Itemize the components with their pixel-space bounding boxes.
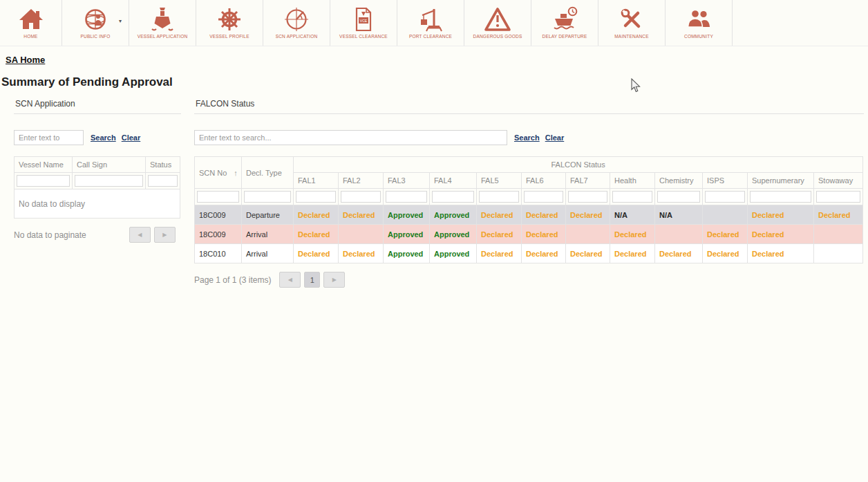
nav-item-label: HOME (23, 34, 37, 39)
falcon-clear-link[interactable]: Clear (545, 133, 565, 142)
column-header-stowaway[interactable]: Stowaway (814, 173, 863, 189)
falcon-filter-input[interactable] (341, 191, 381, 203)
falcon-filter-input[interactable] (244, 191, 291, 203)
scn-search-link[interactable]: Search (91, 133, 116, 142)
column-header-supernumerary[interactable]: Supernumerary (748, 173, 814, 189)
status-cell: Declared (748, 244, 814, 263)
sort-ascending-icon: ↑ (234, 169, 238, 177)
scn-no-cell: 18C009 (195, 205, 242, 225)
nav-item-scn-application[interactable]: SCN APPLICATION (263, 0, 330, 46)
scn-clear-link[interactable]: Clear (122, 133, 141, 142)
nav-item-maintenance[interactable]: MAINTENANCE (598, 0, 666, 46)
nav-item-label: COMMUNITY (684, 34, 713, 39)
status-cell: Approved (384, 225, 430, 244)
column-header-status[interactable]: Status (146, 157, 180, 173)
column-header-scn-no[interactable]: SCN No↑ (195, 157, 242, 189)
falcon-search-link[interactable]: Search (514, 133, 540, 142)
scn-search-input[interactable] (14, 130, 84, 145)
column-header-call-sign[interactable]: Call Sign (73, 157, 146, 173)
chevron-down-icon: ▾ (119, 18, 122, 24)
column-header-fal4[interactable]: FAL4 (430, 173, 477, 189)
page-number-button[interactable]: 1 (304, 272, 320, 288)
vessel-name-filter-input[interactable] (17, 175, 70, 187)
next-page-button[interactable]: ▶ (154, 227, 176, 243)
falcon-search-input[interactable] (194, 130, 507, 145)
nav-item-port-clearance[interactable]: PORT CLEARANCE (397, 0, 464, 46)
nav-item-vessel-application[interactable]: VESSEL APPLICATION (129, 0, 196, 46)
status-cell: Declared (477, 205, 522, 225)
nav-item-dangerous-goods[interactable]: DANGEROUS GOODS (464, 0, 531, 46)
nav-item-label: DELAY DEPARTURE (542, 34, 587, 39)
falcon-filter-input[interactable] (816, 191, 860, 203)
nav-item-community[interactable]: COMMUNITY (666, 0, 733, 46)
nav-item-delay-departure[interactable]: DELAY DEPARTURE (531, 0, 598, 46)
scn-panel-title: SCN Application (14, 98, 181, 114)
nav-item-public-info[interactable]: PUBLIC INFO ▾ (62, 0, 129, 46)
falcon-filter-input[interactable] (657, 191, 700, 203)
falcon-table-row[interactable]: 18C010ArrivalDeclaredDeclaredApprovedApp… (195, 244, 863, 263)
column-header-decl-type[interactable]: Decl. Type (242, 157, 294, 189)
status-cell: Declared (703, 225, 748, 244)
falcon-filter-input[interactable] (750, 191, 811, 203)
nav-item-label: VESSEL CLEARANCE (339, 34, 388, 39)
status-cell: Declared (748, 205, 814, 225)
status-cell (655, 225, 703, 244)
globe-icon (82, 6, 109, 33)
column-header-vessel-name[interactable]: Vessel Name (15, 157, 73, 173)
nav-item-home[interactable]: HOME (0, 0, 62, 46)
falcon-filter-input[interactable] (386, 191, 427, 203)
nav-item-label: SCN APPLICATION (276, 34, 318, 39)
status-cell: N/A (655, 205, 703, 225)
ship-wheel-icon (216, 6, 243, 33)
status-cell: Declared (294, 225, 339, 244)
nav-item-label: PORT CLEARANCE (409, 34, 452, 39)
falcon-pager: Page 1 of 1 (3 items) ◀ 1 ▶ (194, 272, 864, 288)
falcon-filter-input[interactable] (612, 191, 652, 203)
prev-page-button[interactable]: ◀ (129, 227, 151, 243)
falcon-table-row[interactable]: 18C009ArrivalDeclaredApprovedApprovedDec… (195, 225, 863, 244)
nav-item-vessel-clearance[interactable]: VCE VESSEL CLEARANCE (330, 0, 397, 46)
status-cell: Declared (703, 244, 748, 263)
column-header-fal3[interactable]: FAL3 (384, 173, 430, 189)
ship-clock-icon (551, 6, 578, 33)
status-cell: Declared (522, 225, 566, 244)
status-cell: Declared (610, 225, 655, 244)
scn-pager: No data to paginate ◀ ▶ (14, 227, 181, 243)
falcon-filter-input[interactable] (705, 191, 745, 203)
falcon-status-panel: FALCON Status Search Clear SCN No↑ Decl.… (194, 98, 864, 288)
column-header-isps[interactable]: ISPS (703, 173, 748, 189)
tools-icon (618, 6, 645, 33)
page-title: Summary of Pending Approval (1, 75, 868, 89)
prev-page-icon: ◀ (288, 277, 292, 283)
column-header-fal7[interactable]: FAL7 (566, 173, 610, 189)
status-cell: Declared (566, 205, 610, 225)
column-header-fal2[interactable]: FAL2 (339, 173, 384, 189)
prev-page-button[interactable]: ◀ (279, 272, 301, 288)
status-cell (703, 205, 748, 225)
scn-application-panel: SCN Application Search Clear Vessel Name… (14, 98, 181, 288)
falcon-filter-input[interactable] (296, 191, 336, 203)
column-header-health[interactable]: Health (610, 173, 655, 189)
falcon-filter-input[interactable] (432, 191, 474, 203)
falcon-table-row[interactable]: 18C009DepartureDeclaredDeclaredApprovedA… (195, 205, 863, 225)
falcon-filter-input[interactable] (479, 191, 519, 203)
status-cell: Declared (339, 244, 384, 263)
call-sign-filter-input[interactable] (75, 175, 143, 187)
status-filter-input[interactable] (148, 175, 178, 187)
decl-type-cell: Arrival (242, 244, 294, 263)
nav-item-vessel-profile[interactable]: VESSEL PROFILE (196, 0, 263, 46)
column-header-fal1[interactable]: FAL1 (294, 173, 339, 189)
column-header-fal5[interactable]: FAL5 (477, 173, 522, 189)
status-cell: Declared (610, 244, 655, 263)
breadcrumb-sa-home[interactable]: SA Home (6, 55, 45, 65)
falcon-filter-input[interactable] (568, 191, 607, 203)
status-cell (814, 244, 863, 263)
falcon-filter-input[interactable] (197, 191, 239, 203)
vessel-application-icon (149, 6, 176, 33)
status-cell: Approved (384, 205, 430, 225)
next-page-button[interactable]: ▶ (323, 272, 345, 288)
column-header-chemistry[interactable]: Chemistry (655, 173, 703, 189)
falcon-filter-input[interactable] (524, 191, 563, 203)
column-header-fal6[interactable]: FAL6 (522, 173, 566, 189)
top-navigation: HOME PUBLIC INFO ▾ VESSEL APPLICATION VE… (0, 0, 868, 46)
